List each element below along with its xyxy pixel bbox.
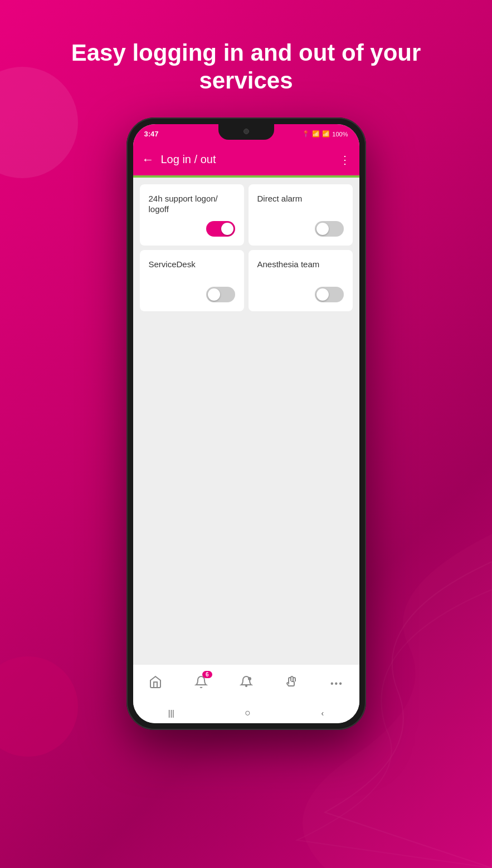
- signal-icon: 📶: [322, 130, 330, 138]
- location-icon: 📍: [302, 130, 310, 138]
- toggle-support-logon[interactable]: [206, 221, 235, 237]
- toggle-service-desk[interactable]: [206, 287, 235, 302]
- app-bar: ← Log in / out ⋮: [133, 144, 359, 175]
- card-support-logon: 24h support logon/ logoff: [140, 184, 244, 246]
- card-anesthesia-team-toggle-row: [257, 287, 344, 302]
- phone-notch: [218, 124, 274, 140]
- toggle-direct-alarm[interactable]: [315, 221, 344, 237]
- home-icon: [149, 675, 162, 692]
- android-home-button[interactable]: ○: [245, 707, 251, 719]
- toggle-anesthesia-team[interactable]: [315, 287, 344, 302]
- android-recents-button[interactable]: |||: [168, 709, 174, 718]
- card-direct-alarm: Direct alarm: [249, 184, 353, 246]
- service-cards-grid: 24h support logon/ logoff Direct alarm: [133, 178, 359, 318]
- phone-mockup: 3:47 📍 📶 📶 100% ← Log in / out ⋮ 24h sup…: [126, 117, 366, 730]
- notification-badge: 6: [202, 671, 212, 678]
- toggle-knob-anesthesia-team: [316, 288, 329, 301]
- menu-button[interactable]: ⋮: [339, 153, 350, 166]
- nav-item-more[interactable]: •••: [326, 676, 348, 691]
- card-service-desk-toggle-row: [149, 287, 235, 302]
- card-direct-alarm-toggle-row: [257, 221, 344, 237]
- card-service-desk-label: ServiceDesk: [149, 259, 235, 270]
- card-direct-alarm-label: Direct alarm: [257, 193, 344, 204]
- app-bar-title: Log in / out: [161, 153, 339, 166]
- toggle-knob-service-desk: [208, 288, 220, 301]
- touch-icon: [285, 675, 299, 692]
- battery-text: 100%: [332, 131, 348, 138]
- svg-point-1: [248, 677, 251, 680]
- card-anesthesia-team-label: Anesthesia team: [257, 259, 344, 270]
- svg-point-0: [245, 685, 247, 687]
- camera-icon: [243, 129, 249, 134]
- card-support-logon-toggle-row: [149, 221, 235, 237]
- status-time: 3:47: [144, 130, 159, 138]
- nav-item-notifications[interactable]: 6: [190, 673, 212, 694]
- wifi-icon: 📶: [312, 130, 320, 138]
- android-back-button[interactable]: ‹: [321, 709, 324, 718]
- bg-decoration-circle-bottom: [0, 656, 78, 757]
- back-button[interactable]: ←: [142, 153, 154, 167]
- card-support-logon-label: 24h support logon/ logoff: [149, 193, 235, 215]
- nav-item-alerts[interactable]: [235, 673, 257, 694]
- card-anesthesia-team: Anesthesia team: [249, 250, 353, 311]
- more-icon: •••: [330, 679, 343, 689]
- bottom-navigation: 6 •••: [133, 664, 359, 703]
- alerts-icon: [240, 675, 253, 692]
- android-nav-bar: ||| ○ ‹: [133, 703, 359, 723]
- nav-item-touch[interactable]: [281, 673, 303, 694]
- content-area: 24h support logon/ logoff Direct alarm: [133, 178, 359, 684]
- nav-item-home[interactable]: [144, 673, 167, 694]
- phone-screen: 3:47 📍 📶 📶 100% ← Log in / out ⋮ 24h sup…: [133, 124, 359, 723]
- page-heading: Easy logging in and out of your services: [0, 39, 492, 95]
- status-icons: 📍 📶 📶 100%: [302, 130, 348, 138]
- card-service-desk: ServiceDesk: [140, 250, 244, 311]
- toggle-knob-support-logon: [221, 223, 233, 235]
- toggle-knob-direct-alarm: [316, 223, 329, 235]
